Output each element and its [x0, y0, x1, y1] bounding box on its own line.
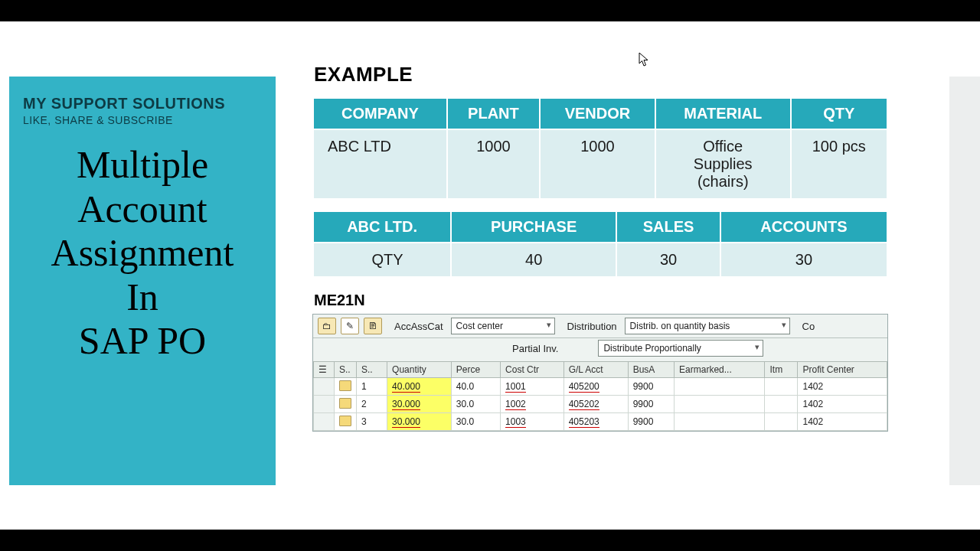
slide-stage: MY SUPPORT SOLUTIONS LIKE, SHARE & SUBSC…	[0, 21, 980, 530]
cell-glacct[interactable]: 405202	[564, 396, 628, 413]
cell-earmarked[interactable]	[675, 413, 765, 431]
cell-costctr[interactable]: 1003	[501, 413, 564, 431]
col-costctr: Cost Ctr	[501, 362, 564, 378]
other-icon[interactable]: 🖹	[364, 318, 382, 334]
cell-purchase: 40	[451, 243, 616, 277]
col-s1: S..	[335, 362, 357, 378]
distribution-label: Distribution	[567, 321, 617, 332]
cell-quantity[interactable]: 40.000	[387, 378, 452, 396]
cell-perce[interactable]: 30.0	[451, 396, 500, 413]
partial-inv-select[interactable]: Distribute Proportionally	[598, 340, 763, 357]
cell-quantity[interactable]: 30.000	[387, 396, 452, 413]
col-purchase: PURCHASE	[451, 211, 616, 243]
cell-qty-label: QTY	[313, 243, 451, 277]
distribution-table: ABC LTD. PURCHASE SALES ACCOUNTS QTY 40 …	[312, 210, 888, 278]
col-material: MATERIAL	[655, 98, 791, 129]
col-s2: S..	[357, 362, 387, 378]
cell-plant: 1000	[447, 129, 540, 199]
distribution-select[interactable]: Distrib. on quantity basis	[625, 318, 790, 334]
folder-icon	[339, 380, 351, 391]
folder-icon	[339, 416, 351, 426]
cell-qty: 100 pcs	[791, 129, 887, 199]
folder-icon-cell[interactable]	[335, 378, 357, 396]
cell-earmarked[interactable]	[675, 378, 765, 396]
display-icon[interactable]: 🗀	[318, 318, 336, 334]
edit-icon[interactable]: ✎	[341, 318, 359, 334]
cell-glacct[interactable]: 405200	[564, 378, 628, 396]
table-row[interactable]: 330.00030.0100340520399001402	[314, 413, 887, 431]
cell-material: Office Supplies (chairs)	[655, 129, 791, 199]
sap-account-assignment-pane: 🗀 ✎ 🖹 AccAssCat Cost center Distribution…	[312, 314, 888, 432]
row-handle[interactable]	[314, 396, 335, 413]
col-plant: PLANT	[447, 98, 540, 129]
row-handle[interactable]	[314, 413, 335, 431]
example-table: COMPANY PLANT VENDOR MATERIAL QTY ABC LT…	[312, 97, 888, 200]
folder-icon-cell[interactable]	[335, 413, 357, 431]
cell-profit-center[interactable]: 1402	[798, 378, 887, 396]
cell-seq[interactable]: 1	[357, 378, 387, 396]
row-handle[interactable]	[314, 378, 335, 396]
table-row: ABC LTD 1000 1000 Office Supplies (chair…	[313, 129, 887, 199]
cell-quantity[interactable]: 30.000	[387, 413, 452, 431]
cell-perce[interactable]: 30.0	[451, 413, 500, 431]
col-vendor: VENDOR	[540, 98, 655, 129]
col-abc: ABC LTD.	[313, 211, 451, 243]
cell-itm[interactable]	[765, 396, 798, 413]
col-perce: Perce	[451, 362, 500, 378]
example-heading: EXAMPLE	[314, 63, 888, 86]
col-accounts: ACCOUNTS	[720, 211, 887, 243]
cell-costctr[interactable]: 1001	[501, 378, 564, 396]
folder-icon-cell[interactable]	[335, 396, 357, 413]
col-itm: Itm	[765, 362, 798, 378]
partial-inv-label: Partial Inv.	[512, 343, 558, 354]
cell-sales: 30	[616, 243, 720, 277]
tcode-label: ME21N	[314, 292, 888, 309]
cell-busa[interactable]: 9900	[628, 396, 674, 413]
cell-glacct[interactable]: 405203	[564, 413, 628, 431]
cell-itm[interactable]	[765, 378, 798, 396]
table-row: QTY 40 30 30	[313, 243, 887, 277]
brand-name: MY SUPPORT SOLUTIONS	[23, 95, 262, 112]
col-handle: ☰	[314, 362, 335, 378]
cell-costctr[interactable]: 1002	[501, 396, 564, 413]
accasscat-select[interactable]: Cost center	[451, 318, 555, 334]
col-qty: QTY	[791, 98, 887, 129]
cell-itm[interactable]	[765, 413, 798, 431]
cell-busa[interactable]: 9900	[628, 413, 674, 431]
col-busa: BusA	[628, 362, 674, 378]
title-card: MY SUPPORT SOLUTIONS LIKE, SHARE & SUBSC…	[9, 77, 276, 485]
brand-tagline: LIKE, SHARE & SUBSCRIBE	[23, 114, 262, 126]
sap-toolbar: 🗀 ✎ 🖹 AccAssCat Cost center Distribution…	[313, 315, 887, 338]
folder-icon	[339, 398, 351, 409]
col-company: COMPANY	[313, 98, 447, 129]
cell-vendor: 1000	[540, 129, 655, 199]
col-glacct: G/L Acct	[564, 362, 628, 378]
sap-toolbar-row2: Partial Inv. Distribute Proportionally	[313, 338, 887, 361]
col-quantity: Quantity	[387, 362, 452, 378]
col-sales: SALES	[616, 211, 720, 243]
cell-seq[interactable]: 3	[357, 413, 387, 431]
cell-busa[interactable]: 9900	[628, 378, 674, 396]
cell-profit-center[interactable]: 1402	[798, 413, 887, 431]
main-content: EXAMPLE COMPANY PLANT VENDOR MATERIAL QT…	[312, 63, 888, 432]
cell-seq[interactable]: 2	[357, 396, 387, 413]
col-earmarked: Earmarked...	[675, 362, 765, 378]
cell-earmarked[interactable]	[675, 396, 765, 413]
accasscat-label: AccAssCat	[394, 321, 443, 332]
table-row[interactable]: 140.00040.0100140520099001402	[314, 378, 887, 396]
co-label: Co	[802, 321, 815, 332]
cell-accounts: 30	[720, 243, 887, 277]
cell-perce[interactable]: 40.0	[451, 378, 500, 396]
col-profit-center: Profit Center	[798, 362, 887, 378]
cell-profit-center[interactable]: 1402	[798, 396, 887, 413]
table-row[interactable]: 230.00030.0100240520299001402	[314, 396, 887, 413]
right-gutter	[949, 77, 980, 485]
sap-line-item-table: ☰ S.. S.. Quantity Perce Cost Ctr G/L Ac…	[313, 361, 887, 431]
slide-headline: Multiple Account Assignment In SAP PO	[23, 143, 262, 364]
cell-company: ABC LTD	[313, 129, 447, 199]
